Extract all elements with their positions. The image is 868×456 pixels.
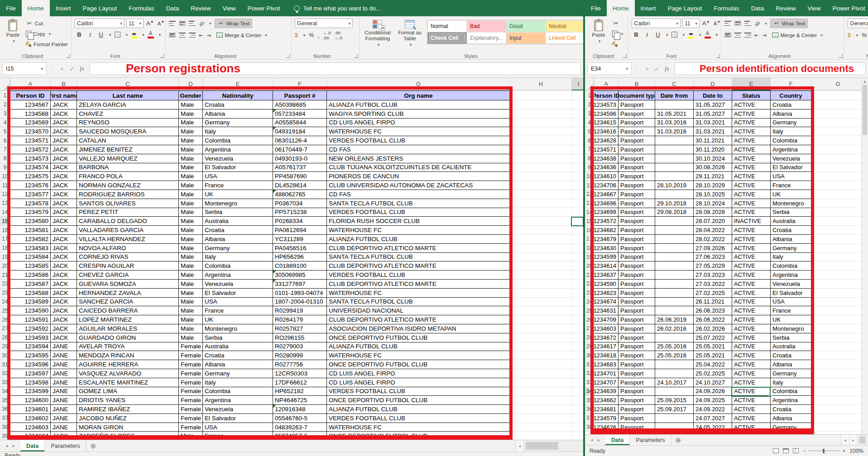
empty-cell[interactable]: [510, 369, 572, 378]
spreadsheet-cell[interactable]: El Salvador: [771, 163, 811, 172]
spreadsheet-cell[interactable]: Venezuela: [203, 280, 273, 289]
spreadsheet-cell[interactable]: 1234681: [594, 405, 619, 414]
empty-cell[interactable]: [510, 235, 572, 244]
empty-cell[interactable]: [811, 100, 865, 109]
spreadsheet-cell[interactable]: 305069985: [273, 271, 327, 280]
empty-cell[interactable]: [510, 396, 572, 405]
spreadsheet-cell[interactable]: Passport: [619, 154, 655, 163]
row-number-23[interactable]: 23: [0, 289, 10, 298]
spreadsheet-cell[interactable]: ACTIVE: [732, 136, 771, 145]
row-number-38[interactable]: 38: [0, 423, 10, 432]
spreadsheet-cell[interactable]: Female: [179, 396, 203, 405]
spreadsheet-cell[interactable]: 24.10.2027: [694, 378, 732, 387]
empty-cell[interactable]: [811, 172, 865, 181]
spreadsheet-cell[interactable]: Colombia: [203, 387, 273, 396]
empty-cell[interactable]: [510, 253, 572, 262]
select-all-corner[interactable]: [585, 78, 594, 90]
row-number-17[interactable]: 17: [0, 235, 10, 244]
spreadsheet-cell[interactable]: [655, 100, 694, 109]
row-number-31[interactable]: 31: [585, 360, 594, 369]
row-number-35[interactable]: 35: [585, 396, 594, 405]
font-color-caret-icon[interactable]: ▾: [159, 33, 161, 37]
empty-cell[interactable]: [510, 172, 572, 181]
spreadsheet-cell[interactable]: JANE: [51, 414, 77, 423]
spreadsheet-cell[interactable]: ALIANZA FUTBOL CLUB: [327, 100, 510, 109]
empty-cell[interactable]: [572, 90, 583, 100]
spreadsheet-cell[interactable]: Australia: [771, 217, 811, 226]
spreadsheet-cell[interactable]: UK: [203, 190, 273, 199]
spreadsheet-cell[interactable]: ACTIVE: [732, 369, 771, 378]
spreadsheet-cell[interactable]: ACTIVE: [732, 414, 771, 423]
italic-button[interactable]: I: [643, 30, 652, 39]
spreadsheet-cell[interactable]: Female: [179, 414, 203, 423]
spreadsheet-cell[interactable]: JACK: [51, 154, 77, 163]
row-number-14[interactable]: 14: [0, 208, 10, 217]
spreadsheet-cell[interactable]: CARABALLO DELGADO: [77, 217, 179, 226]
column-header-cell[interactable]: Country: [771, 90, 811, 100]
ribbon-tab-data[interactable]: Data: [160, 0, 185, 16]
spreadsheet-cell[interactable]: [655, 136, 694, 145]
row-number-38[interactable]: 38: [585, 423, 594, 432]
name-box[interactable]: I15▾: [2, 62, 47, 75]
empty-cell[interactable]: [811, 253, 865, 262]
empty-cell[interactable]: [572, 261, 583, 271]
row-number-6[interactable]: 6: [0, 136, 10, 145]
spreadsheet-cell[interactable]: A05585844: [273, 119, 327, 128]
empty-cell[interactable]: [572, 154, 583, 163]
name-box[interactable]: E34▾: [587, 62, 632, 75]
empty-cell[interactable]: [811, 342, 865, 352]
column-letter-A[interactable]: A: [10, 78, 51, 90]
row-number-15[interactable]: 15: [585, 217, 594, 226]
spreadsheet-cell[interactable]: JANE: [51, 351, 77, 360]
spreadsheet-cell[interactable]: El Salvador: [203, 414, 273, 423]
empty-cell[interactable]: [510, 244, 572, 253]
spreadsheet-cell[interactable]: 28.04.2022: [694, 226, 732, 235]
spreadsheet-cell[interactable]: RO296155: [273, 333, 327, 342]
row-number-27[interactable]: 27: [585, 324, 594, 333]
spreadsheet-cell[interactable]: Albania: [771, 235, 811, 244]
row-number-9[interactable]: 9: [585, 163, 594, 172]
ribbon-tab-insert[interactable]: Insert: [635, 0, 662, 16]
spreadsheet-cell[interactable]: Female: [179, 360, 203, 369]
spreadsheet-cell[interactable]: Passport: [619, 396, 655, 405]
spreadsheet-cell[interactable]: HP656296: [273, 253, 327, 262]
comma-style-icon[interactable]: ,: [317, 32, 319, 39]
spreadsheet-cell[interactable]: Argentina: [771, 271, 811, 280]
spreadsheet-cell[interactable]: ACTIVE: [732, 306, 771, 315]
spreadsheet-cell[interactable]: [655, 154, 694, 163]
column-header-cell[interactable]: Org name: [327, 90, 510, 100]
spreadsheet-cell[interactable]: ACTIVE: [732, 235, 771, 244]
spreadsheet-cell[interactable]: 1234639: [594, 387, 619, 396]
spreadsheet-cell[interactable]: Venezuela: [203, 154, 273, 163]
ribbon-tab-view[interactable]: View: [801, 0, 826, 16]
wrap-text-button[interactable]: ↩ Wrap Text: [215, 19, 252, 28]
empty-cell[interactable]: [811, 414, 865, 423]
fill-color-button[interactable]: ◂▸: [686, 30, 695, 39]
spreadsheet-cell[interactable]: ZARCEÑO FLORES: [77, 432, 179, 440]
spreadsheet-cell[interactable]: 29.10.2018: [655, 199, 694, 208]
spreadsheet-cell[interactable]: 1234631: [594, 306, 619, 315]
spreadsheet-cell[interactable]: USA: [771, 298, 811, 307]
empty-cell[interactable]: [811, 298, 865, 307]
row-number-10[interactable]: 10: [585, 172, 594, 181]
alignment-dialog-launcher[interactable]: [839, 54, 843, 58]
spreadsheet-cell[interactable]: Colombia: [771, 261, 811, 271]
spreadsheet-cell[interactable]: JANE: [51, 342, 77, 352]
spreadsheet-cell[interactable]: ACTIVE: [732, 119, 771, 128]
spreadsheet-cell[interactable]: AGUIRRE HERRERA: [77, 360, 179, 369]
spreadsheet-cell[interactable]: Male: [179, 324, 203, 333]
spreadsheet-cell[interactable]: 24.09.2025: [694, 396, 732, 405]
row-number-4[interactable]: 4: [585, 119, 594, 128]
spreadsheet-cell[interactable]: PA0612694: [273, 226, 327, 235]
spreadsheet-cell[interactable]: Albania: [203, 235, 273, 244]
spreadsheet-cell[interactable]: 331277697: [273, 280, 327, 289]
empty-cell[interactable]: [510, 414, 572, 423]
spreadsheet-cell[interactable]: Passport: [619, 208, 655, 217]
font-size-select[interactable]: 11▾: [682, 19, 700, 28]
spreadsheet-cell[interactable]: ACTIVE: [732, 378, 771, 387]
spreadsheet-cell[interactable]: Passport: [619, 261, 655, 271]
empty-cell[interactable]: [510, 351, 572, 360]
empty-cell[interactable]: [510, 163, 572, 172]
row-number-30[interactable]: 30: [585, 351, 594, 360]
spreadsheet-cell[interactable]: CD LUIS ANGEL FIRPO: [327, 369, 510, 378]
